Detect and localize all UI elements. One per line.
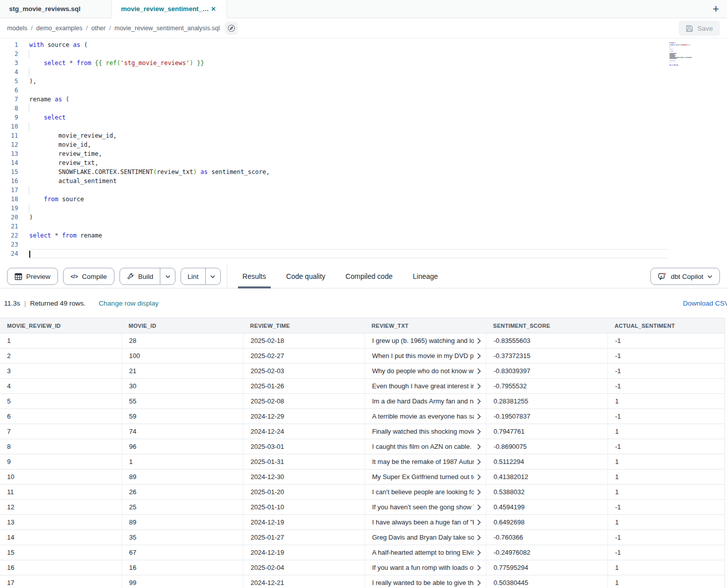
tab-movie-review-sentiment[interactable]: movie_review_sentiment_… ✕ [112, 0, 227, 18]
breadcrumb-segment[interactable]: other [91, 25, 106, 32]
chevron-right-icon[interactable] [477, 489, 481, 495]
chevron-right-icon[interactable] [477, 338, 481, 344]
file-header-bar: models/demo_examples/other/movie_review_… [0, 18, 727, 38]
code-line[interactable]: 10 [0, 122, 727, 131]
code-line[interactable]: 11 movie_review_id, [0, 131, 727, 140]
chevron-right-icon[interactable] [477, 580, 481, 586]
code-line[interactable]: 3 select * from {{ ref('stg_movie_review… [0, 58, 727, 68]
code-token: review_time, [29, 150, 102, 157]
code-line[interactable]: 20) [0, 213, 727, 222]
chevron-right-icon[interactable] [477, 519, 481, 525]
code-line[interactable]: 23 [0, 240, 727, 249]
code-token: from [62, 232, 77, 239]
query-duration: 11.3s [4, 300, 20, 307]
review-text: It may be the remake of 1987 Autumn'… [372, 458, 474, 465]
breadcrumb: models/demo_examples/other/movie_review_… [7, 25, 220, 32]
chevron-right-icon[interactable] [477, 383, 481, 389]
minimap-segment [687, 57, 692, 58]
new-tab-button[interactable]: + [708, 0, 724, 18]
compile-label: Compile [82, 273, 107, 280]
lint-button[interactable]: Lint [181, 268, 205, 284]
code-token: SNOWFLAKE.CORTEX.SENTIMENT [29, 168, 153, 175]
chevron-right-icon[interactable] [477, 429, 481, 435]
line-number: 17 [0, 186, 18, 195]
column-header[interactable]: MOVIE_REVIEW_ID [0, 323, 122, 329]
minimap[interactable] [670, 42, 705, 68]
column-header[interactable]: REVIEW_TXT [365, 323, 486, 329]
save-button[interactable]: Save [679, 21, 720, 36]
breadcrumb-segment[interactable]: demo_examples [36, 25, 83, 32]
code-line[interactable]: 13 review_time, [0, 149, 727, 158]
tab-stg-movie-reviews[interactable]: stg_movie_reviews.sql [0, 0, 112, 18]
code-line[interactable]: 8 [0, 104, 727, 113]
tab-label: Lineage [413, 272, 438, 280]
minimap-segment [685, 57, 686, 58]
download-csv-link[interactable]: Download CSV [683, 300, 727, 307]
column-header[interactable]: SENTIMENT_SCORE [486, 323, 608, 329]
table-row: 8962025-03-01I caught this film on AZN o… [0, 439, 724, 454]
code-line[interactable]: 22select * from rename [0, 231, 727, 240]
minimap-segment [670, 49, 672, 50]
chevron-right-icon[interactable] [477, 414, 481, 420]
code-line[interactable]: 24 [0, 249, 727, 258]
code-line[interactable]: 14 review_txt, [0, 158, 727, 167]
code-line[interactable]: 9 select [0, 113, 727, 122]
breadcrumb-segment[interactable]: movie_review_sentiment_analysis.sql [114, 25, 220, 32]
compile-button[interactable]: </> Compile [63, 268, 114, 285]
code-line[interactable]: 17 [0, 186, 727, 195]
chevron-right-icon[interactable] [477, 353, 481, 359]
code-line[interactable]: 5), [0, 77, 727, 86]
code-line[interactable]: 15 SNOWFLAKE.CORTEX.SENTIMENT(review_txt… [0, 167, 727, 177]
tab-lineage[interactable]: Lineage [413, 265, 438, 288]
tab-compiled-code[interactable]: Compiled code [345, 265, 392, 288]
code-line[interactable]: 16 actual_sentiment [0, 177, 727, 186]
table-cell: -1 [608, 439, 724, 454]
chevron-right-icon[interactable] [477, 444, 481, 450]
breadcrumb-segment[interactable]: models [7, 25, 27, 32]
copilot-label: dbt Copilot [671, 273, 703, 280]
code-line[interactable]: 12 movie_id, [0, 140, 727, 149]
chevron-right-icon[interactable] [477, 565, 481, 571]
lint-dropdown-button[interactable] [205, 268, 220, 284]
code-line[interactable]: 21 [0, 222, 727, 231]
chevron-right-icon[interactable] [477, 535, 481, 541]
code-editor[interactable]: 1with source as (23 select * from {{ ref… [0, 38, 727, 265]
breadcrumb-separator: / [31, 25, 32, 32]
code-line[interactable]: 19 [0, 204, 727, 213]
table-body: 1282025-02-18I grew up (b. 1965) watchin… [0, 333, 724, 588]
code-line[interactable]: 7rename as ( [0, 95, 727, 104]
results-table: MOVIE_REVIEW_IDMOVIE_IDREVIEW_TIMEREVIEW… [0, 318, 725, 588]
column-header[interactable]: REVIEW_TIME [243, 323, 365, 329]
chevron-right-icon[interactable] [477, 459, 481, 465]
tab-code-quality[interactable]: Code quality [286, 265, 326, 288]
minimap-segment [673, 65, 673, 66]
table-cell: -1 [608, 364, 724, 378]
code-line[interactable]: 6 [0, 86, 727, 95]
chevron-right-icon[interactable] [477, 398, 481, 404]
build-dropdown-button[interactable] [160, 268, 175, 284]
change-row-display-link[interactable]: Change row display [99, 300, 159, 307]
chevron-right-icon[interactable] [477, 550, 481, 556]
copilot-compass-button[interactable] [225, 22, 238, 35]
chevron-right-icon[interactable] [477, 504, 481, 510]
indent-guide [29, 204, 29, 213]
preview-label: Preview [26, 273, 50, 280]
table-cell: 89 [122, 469, 243, 484]
close-icon[interactable]: ✕ [209, 5, 218, 14]
table-row: 17992024-12-21I really wanted to be able… [0, 575, 724, 588]
build-button[interactable]: Build [120, 268, 160, 284]
code-line[interactable]: 18 from source [0, 195, 727, 204]
column-header[interactable]: ACTUAL_SENTIMENT [608, 323, 724, 329]
tab-results[interactable]: Results [243, 265, 266, 288]
code-line-content: from source [29, 195, 668, 204]
column-header[interactable]: MOVIE_ID [122, 323, 243, 329]
code-line[interactable]: 1with source as ( [0, 40, 727, 49]
code-line[interactable]: 2 [0, 49, 727, 58]
dbt-copilot-button[interactable]: dbt Copilot [650, 268, 720, 285]
chevron-right-icon[interactable] [477, 474, 481, 480]
code-line[interactable]: 4 [0, 68, 727, 77]
chevron-right-icon[interactable] [477, 368, 481, 374]
lint-split-button: Lint [180, 268, 221, 285]
table-cell: 2024-12-24 [243, 424, 365, 439]
preview-button[interactable]: Preview [7, 268, 58, 285]
